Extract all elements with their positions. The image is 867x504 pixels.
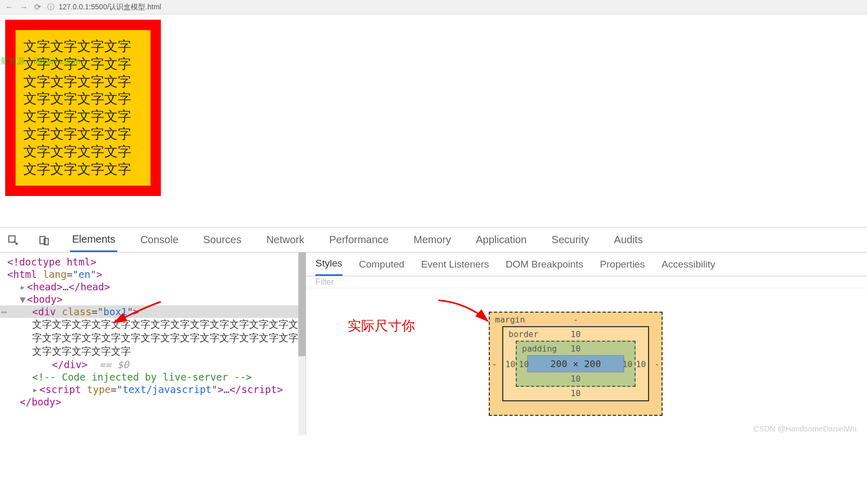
csdn-watermark: CSDN @HandsomeDanielWu <box>753 424 857 433</box>
annotation-text: 实际尺寸你 <box>348 317 415 335</box>
tab-application[interactable]: Application <box>474 228 529 252</box>
border-left: 10 <box>505 359 515 369</box>
page-viewport: 量资源：666java.com 文字文字文字文字文字文字文字文字文字文字文字文字… <box>0 15 867 227</box>
tab-properties[interactable]: Properties <box>600 253 645 276</box>
tab-sources[interactable]: Sources <box>201 228 243 252</box>
watermark-text: 量资源：666java.com <box>0 56 80 67</box>
devtools-body: <!doctype html> <html lang="en"> ▸<head>… <box>0 253 867 435</box>
padding-left: 10 <box>519 359 529 369</box>
inspect-icon[interactable] <box>8 235 18 245</box>
tab-memory[interactable]: Memory <box>411 228 453 252</box>
scrollbar-thumb[interactable] <box>298 253 306 356</box>
tab-performance[interactable]: Performance <box>327 228 391 252</box>
back-icon[interactable]: ← <box>5 3 13 12</box>
border-bottom: 10 <box>571 388 581 398</box>
styles-filter[interactable]: Filter <box>306 276 867 288</box>
tab-console[interactable]: Console <box>138 228 180 252</box>
tab-security[interactable]: Security <box>549 228 591 252</box>
tab-styles[interactable]: Styles <box>315 253 342 276</box>
tab-network[interactable]: Network <box>264 228 306 252</box>
tab-dom-breakpoints[interactable]: DOM Breakpoints <box>505 253 583 276</box>
content-size: 200 × 200 <box>527 355 624 372</box>
tab-accessibility[interactable]: Accessibility <box>662 253 715 276</box>
device-icon[interactable] <box>39 235 49 245</box>
margin-label: margin <box>495 315 525 325</box>
padding-bottom: 10 <box>571 374 581 384</box>
styles-panel: Styles Computed Event Listeners DOM Brea… <box>306 253 867 435</box>
browser-toolbar: ← → ⟳ ⓘ 127.0.0.1:5500/认识盒模型.html <box>0 0 867 15</box>
border-label: border <box>508 329 539 339</box>
reload-icon[interactable]: ⟳ <box>34 2 41 12</box>
forward-icon[interactable]: → <box>20 3 28 12</box>
margin-right: - <box>654 359 659 369</box>
margin-top: - <box>573 315 579 325</box>
border-top: 10 <box>571 329 581 339</box>
styles-content: 实际尺寸你 margin - - - border 10 10 <box>306 288 867 435</box>
tab-audits[interactable]: Audits <box>612 228 645 252</box>
info-icon: ⓘ <box>47 3 54 12</box>
devtools-tabs: Elements Console Sources Network Perform… <box>0 228 867 253</box>
demo-box: 文字文字文字文字文字文字文字文字文字文字文字文字文字文字文字文字文字文字文字文字… <box>5 20 161 196</box>
padding-label: padding <box>522 344 557 354</box>
padding-right: 10 <box>623 359 632 369</box>
border-right: 10 <box>636 359 646 369</box>
devtools-panel: Elements Console Sources Network Perform… <box>0 227 867 435</box>
tab-elements[interactable]: Elements <box>70 228 117 252</box>
styles-tabs: Styles Computed Event Listeners DOM Brea… <box>306 253 867 276</box>
tab-event-listeners[interactable]: Event Listeners <box>421 253 489 276</box>
padding-top: 10 <box>571 344 581 354</box>
url-text: 127.0.0.1:5500/认识盒模型.html <box>59 3 161 12</box>
elements-tree[interactable]: <!doctype html> <html lang="en"> ▸<head>… <box>0 253 306 435</box>
box-model-diagram[interactable]: margin - - - border 10 10 10 10 padding <box>489 312 663 416</box>
margin-left: - <box>492 359 497 369</box>
tab-computed[interactable]: Computed <box>359 253 405 276</box>
url-bar[interactable]: ⓘ 127.0.0.1:5500/认识盒模型.html <box>47 3 161 12</box>
